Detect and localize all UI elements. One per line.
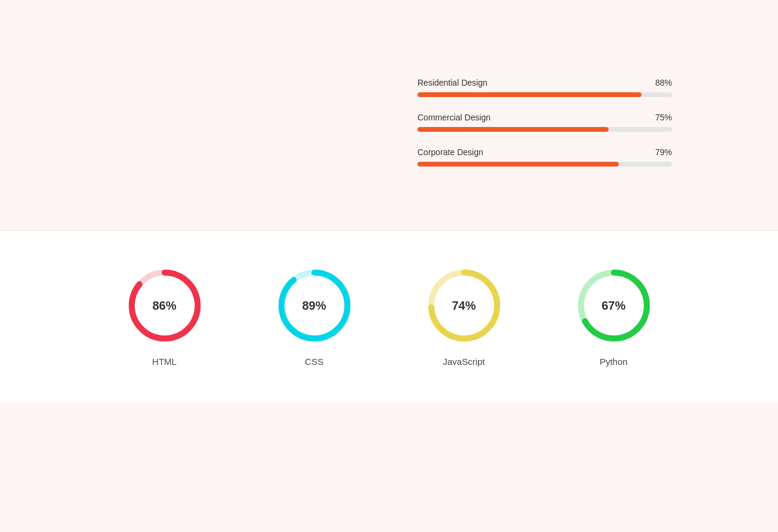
skill-percentage: 79% [655, 147, 672, 157]
skill-name: Residential Design [417, 78, 488, 87]
skill-name: Commercial Design [417, 113, 491, 122]
skill-item: Corporate Design 79% [417, 147, 672, 167]
circle-skill: 67% Python [575, 267, 653, 367]
bar-track [417, 162, 672, 167]
circle-container: 89% [276, 267, 353, 344]
skill-header: Commercial Design 75% [417, 113, 672, 122]
circle-label: HTML [152, 356, 177, 367]
circle-skill: 89% CSS [276, 267, 353, 367]
bottom-section: 86% HTML 89% CSS 74% JavaScript 67% [0, 231, 778, 403]
bar-fill [417, 127, 609, 132]
skill-item: Commercial Design 75% [417, 113, 672, 132]
circle-percentage: 86% [152, 299, 176, 313]
circle-skill: 74% JavaScript [425, 267, 503, 367]
circle-label: JavaScript [443, 356, 485, 367]
left-column [106, 72, 346, 115]
circle-skill: 86% HTML [126, 267, 204, 367]
skill-header: Residential Design 88% [417, 78, 672, 87]
circle-percentage: 67% [601, 299, 625, 313]
top-section: Residential Design 88% Commercial Design… [0, 0, 778, 230]
circle-container: 67% [575, 267, 653, 344]
circle-label: CSS [305, 356, 323, 367]
skill-percentage: 88% [655, 78, 672, 87]
bar-fill [417, 92, 641, 97]
skills-section: Residential Design 88% Commercial Design… [417, 72, 672, 182]
skill-percentage: 75% [655, 113, 672, 122]
bar-track [417, 127, 672, 132]
skill-header: Corporate Design 79% [417, 147, 672, 157]
skill-name: Corporate Design [417, 147, 483, 157]
bar-track [417, 92, 672, 97]
circle-percentage: 89% [302, 299, 326, 313]
circle-container: 86% [126, 267, 204, 344]
skill-item: Residential Design 88% [417, 78, 672, 97]
circle-container: 74% [425, 267, 503, 344]
circle-label: Python [600, 356, 628, 367]
main-heading [106, 80, 346, 103]
circle-percentage: 74% [452, 299, 476, 313]
bar-fill [417, 162, 619, 167]
